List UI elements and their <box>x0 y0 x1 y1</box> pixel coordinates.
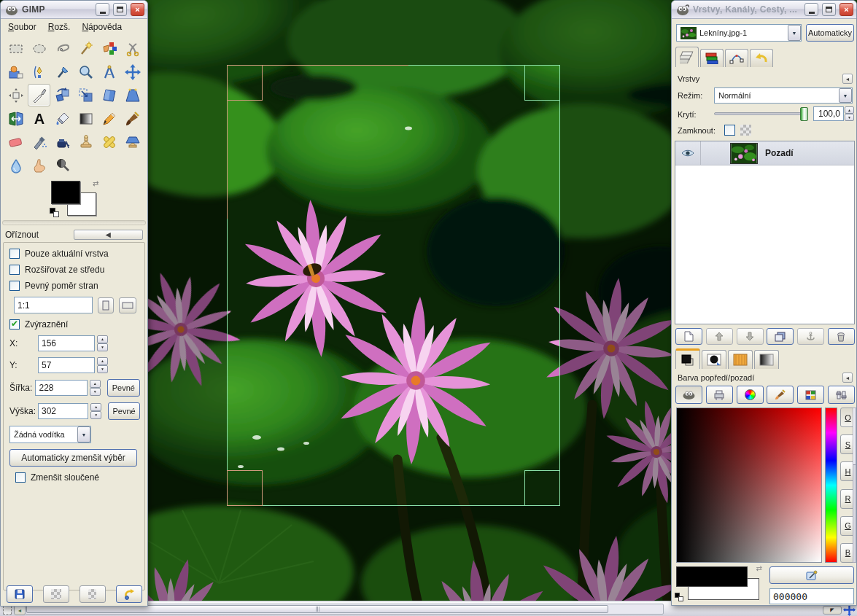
tool-blend[interactable] <box>74 107 97 130</box>
color-panel-scrollbar[interactable] <box>853 408 856 563</box>
lock-alpha-checkbox[interactable] <box>724 125 735 136</box>
opacity-slider[interactable] <box>714 112 807 115</box>
default-colors-icon[interactable] <box>50 208 59 217</box>
tool-airbrush[interactable] <box>28 130 50 153</box>
lower-layer-button[interactable] <box>737 328 764 345</box>
opacity-spinner[interactable]: ▲▼ <box>845 106 854 121</box>
tool-bucket-fill[interactable] <box>51 107 74 130</box>
swap-colors-icon[interactable]: ⇄ <box>93 179 98 187</box>
tool-foreground-select[interactable] <box>4 61 27 83</box>
ratio-portrait-button[interactable] <box>98 297 114 313</box>
tool-rotate[interactable] <box>51 84 74 106</box>
width-spinner[interactable]: ▲▼ <box>90 380 101 396</box>
tool-blur[interactable] <box>4 154 27 176</box>
swap-colors-icon[interactable]: ⇄ <box>756 564 762 572</box>
tool-select-by-color[interactable] <box>98 37 120 60</box>
tab-colors[interactable] <box>675 348 700 369</box>
tool-perspective-clone[interactable] <box>121 130 144 153</box>
ratio-landscape-button[interactable] <box>119 297 136 313</box>
hex-color-input[interactable]: 000000 <box>769 588 854 604</box>
watercolor-selector-button[interactable] <box>767 386 794 404</box>
tool-heal[interactable] <box>98 130 120 153</box>
tab-paths[interactable] <box>725 49 748 67</box>
color-wheel-selector-button[interactable] <box>737 386 764 404</box>
close-button[interactable]: × <box>131 3 144 16</box>
foreground-color-swatch[interactable] <box>51 181 80 204</box>
color-panel-scrollbar-thumb[interactable] <box>853 408 856 465</box>
y-spinner[interactable]: ▲▼ <box>97 357 108 373</box>
fixed-height-button[interactable]: Pevné <box>108 402 140 420</box>
default-colors-icon[interactable] <box>675 593 683 601</box>
tool-fuzzy-select[interactable] <box>74 37 97 60</box>
tool-scale[interactable] <box>74 84 97 106</box>
tab-patterns[interactable] <box>728 350 753 369</box>
tool-ink[interactable] <box>51 130 74 153</box>
tab-menu-button[interactable]: ◤ <box>823 606 842 615</box>
tab-brushes[interactable] <box>702 350 726 369</box>
width-input[interactable]: 228 <box>35 380 87 396</box>
ratio-input[interactable]: 1:1 <box>14 297 93 313</box>
guides-dropdown-arrow[interactable] <box>77 426 90 442</box>
tab-layers[interactable] <box>675 47 699 67</box>
duplicate-layer-button[interactable] <box>767 328 794 345</box>
fixed-width-button[interactable]: Pevné <box>107 379 140 397</box>
minimize-button[interactable] <box>96 3 109 16</box>
y-input[interactable]: 57 <box>38 357 95 373</box>
x-spinner[interactable]: ▲▼ <box>97 335 108 351</box>
tool-zoom[interactable] <box>74 61 97 83</box>
restore-options-button[interactable] <box>43 585 69 603</box>
tool-perspective[interactable] <box>121 84 144 106</box>
cmyk-selector-button[interactable] <box>706 386 733 404</box>
height-input[interactable]: 302 <box>38 403 88 419</box>
tool-paths[interactable] <box>28 61 50 83</box>
color-collapse-button[interactable]: ◄ <box>842 373 853 383</box>
toolbox-titlebar[interactable]: GIMP × <box>1 1 147 19</box>
tool-move[interactable] <box>121 61 144 83</box>
current-fg-bg-swatch[interactable]: ⇄ <box>676 566 762 603</box>
tool-flip[interactable] <box>4 107 27 130</box>
highlight-checkbox[interactable] <box>9 319 20 330</box>
delete-layer-button[interactable] <box>828 328 855 345</box>
tool-eraser[interactable] <box>4 130 27 153</box>
tool-text[interactable]: A <box>28 107 50 130</box>
new-layer-button[interactable] <box>675 328 702 345</box>
auto-button[interactable]: Automaticky <box>806 24 854 42</box>
layer-row-pozadi[interactable]: Pozadí <box>675 141 854 165</box>
raise-layer-button[interactable] <box>706 328 733 345</box>
layer-list[interactable]: Pozadí <box>675 141 855 324</box>
saturation-value-square[interactable] <box>676 408 822 563</box>
layers-collapse-button[interactable]: ◄ <box>842 74 853 84</box>
dialog-minimize-button[interactable] <box>804 3 818 16</box>
height-spinner[interactable]: ▲▼ <box>90 403 101 419</box>
dialog-titlebar[interactable]: Vrstvy, Kanály, Cesty, ... × <box>672 1 856 19</box>
menu-file[interactable]: Soubor <box>8 22 36 32</box>
tool-measure[interactable] <box>98 61 120 83</box>
tab-gradients[interactable] <box>754 350 779 369</box>
image-selector-dropdown[interactable]: Lekníny.jpg-1 <box>676 24 802 42</box>
layer-visible-eye-icon[interactable] <box>681 149 694 157</box>
tab-undo-history[interactable] <box>750 49 773 67</box>
tool-ellipse-select[interactable] <box>28 37 50 60</box>
tool-free-select[interactable] <box>51 37 74 60</box>
tool-pencil[interactable] <box>98 107 120 130</box>
menu-help[interactable]: Nápověda <box>82 22 122 32</box>
auto-shrink-button[interactable]: Automaticky zmenšit výběr <box>9 449 137 467</box>
current-layer-checkbox[interactable] <box>9 249 20 259</box>
menu-extensions[interactable]: Rozš. <box>48 22 71 32</box>
tool-clone[interactable] <box>74 130 97 153</box>
delete-options-button[interactable] <box>80 585 106 603</box>
mode-dropdown-arrow[interactable] <box>839 88 852 103</box>
palette-selector-button[interactable] <box>797 386 824 404</box>
scales-selector-button[interactable] <box>828 386 855 404</box>
dialog-close-button[interactable]: × <box>839 3 853 16</box>
opacity-input[interactable]: 100,0 <box>813 106 844 121</box>
tool-crop[interactable] <box>28 84 50 106</box>
quick-mask-toggle[interactable] <box>3 606 12 615</box>
x-input[interactable]: 156 <box>38 335 95 351</box>
reset-options-button[interactable] <box>116 585 142 603</box>
tool-paintbrush[interactable] <box>121 107 144 130</box>
hue-strip[interactable] <box>825 408 837 563</box>
shrink-merged-checkbox[interactable] <box>15 472 26 483</box>
tool-scissors-select[interactable] <box>121 37 144 60</box>
tool-align[interactable] <box>4 84 27 106</box>
